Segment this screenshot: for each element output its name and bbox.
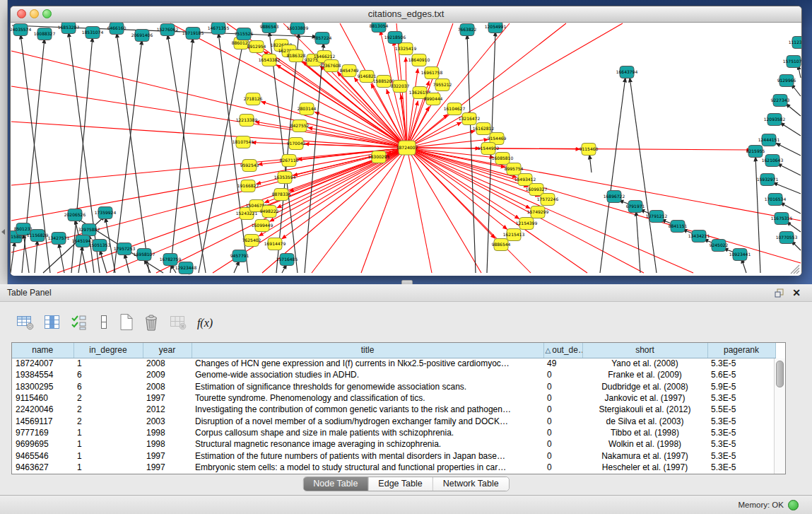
table-row[interactable]: 1830029562008Estimation of significance … — [12, 381, 775, 392]
graph-node[interactable]: 8322037 — [391, 81, 410, 93]
window-titlebar[interactable]: citations_edges.txt — [11, 6, 801, 23]
graph-node[interactable]: 2803144 — [298, 103, 317, 115]
graph-node[interactable]: 9115460 — [579, 144, 599, 156]
graph-node[interactable]: 9592543 — [240, 160, 259, 172]
network-view-canvas[interactable]: 1872400718300295886012389129541654338227… — [11, 23, 801, 276]
graph-node[interactable]: 7515526 — [235, 28, 254, 40]
table-row[interactable]: 2242004622012Investigating the contribut… — [12, 404, 775, 415]
network-graph[interactable]: 1872400718300295886012389129541654338227… — [11, 23, 801, 276]
graph-node[interactable]: 16958107 — [134, 249, 155, 261]
column-header-year[interactable]: year — [143, 343, 192, 358]
table-mode-icon[interactable] — [14, 312, 37, 334]
graph-node[interactable]: 7663822 — [458, 24, 477, 36]
graph-node[interactable]: 12923448 — [175, 262, 197, 274]
graph-node[interactable]: 9457791 — [230, 250, 249, 262]
graph-node[interactable]: 9245022 — [710, 240, 729, 252]
graph-node[interactable]: 16853287 — [58, 23, 80, 34]
panel-expand-arrow-icon[interactable] — [1, 229, 5, 235]
graph-node[interactable]: 9129966 — [777, 75, 796, 87]
create-column-icon[interactable] — [115, 312, 138, 334]
collapsed-control-panel-strip[interactable] — [0, 0, 8, 284]
graph-node[interactable]: 16353594 — [274, 172, 296, 184]
graph-node[interactable]: 20691406 — [131, 30, 153, 42]
table-row[interactable]: 1456911722003Disruption of a novel membe… — [12, 415, 775, 426]
graph-node[interactable]: 11675315 — [771, 213, 793, 225]
graph-node[interactable]: 13427571 — [48, 233, 70, 245]
table-row[interactable]: 969969511998Structural magnetic resonanc… — [12, 438, 775, 450]
network-window[interactable]: citations_edges.txt 18724007183002958860… — [10, 6, 802, 276]
show-columns-icon[interactable] — [41, 312, 64, 334]
graph-node[interactable]: 8841151 — [669, 221, 688, 233]
delete-table-icon[interactable] — [167, 312, 189, 334]
graph-node[interactable]: 16033809 — [287, 23, 309, 35]
table-scrollbar[interactable] — [774, 358, 785, 474]
delete-columns-trash-icon[interactable] — [140, 312, 163, 334]
graph-node[interactable]: 8990444 — [424, 93, 443, 105]
graph-node[interactable]: 18724007 — [396, 141, 418, 155]
function-builder-icon[interactable]: f(x) — [192, 312, 218, 334]
graph-node[interactable]: 9227343 — [771, 95, 790, 107]
graph-node[interactable]: 20206526 — [64, 209, 86, 221]
graph-node[interactable]: 10088327 — [34, 28, 56, 40]
graph-node[interactable]: 12444151 — [758, 134, 780, 146]
graph-node[interactable]: 11123744 — [789, 37, 801, 49]
graph-node[interactable]: 9498222 — [260, 206, 279, 218]
graph-node[interactable]: 8215955 — [746, 146, 765, 158]
graph-node[interactable]: 8454749 — [340, 65, 359, 77]
graph-node[interactable]: 8878334 — [272, 189, 291, 201]
tab-network-table[interactable]: Network Table — [433, 477, 509, 491]
graph-node[interactable]: 9886543 — [260, 23, 279, 33]
graph-node[interactable]: 7955212 — [433, 79, 452, 91]
graph-node[interactable]: 12213389 — [236, 115, 258, 127]
float-panel-icon[interactable] — [775, 288, 784, 298]
tab-edge-table[interactable]: Edge Table — [367, 477, 432, 491]
tab-node-table[interactable]: Node Table — [303, 477, 367, 491]
window-resize-grip[interactable] — [789, 263, 800, 274]
graph-node[interactable]: 16914479 — [264, 238, 286, 250]
graph-node[interactable]: 18640910 — [408, 54, 430, 66]
graph-node[interactable]: 8427552 — [290, 120, 310, 132]
graph-node[interactable]: 6791971 — [626, 201, 645, 213]
table-row[interactable]: 1938455462009Genome-wide association stu… — [12, 369, 775, 380]
column-header-pagerank[interactable]: pagerank — [707, 343, 775, 358]
graph-node[interactable]: 6466160 — [107, 23, 126, 35]
column-header-title[interactable]: title — [192, 343, 543, 358]
graph-node[interactable]: 19218506 — [384, 32, 406, 44]
graph-node[interactable]: 2367608 — [322, 60, 341, 72]
table-scrollbar-thumb[interactable] — [776, 361, 784, 387]
table-row[interactable]: 946362711997Embryonic stem cells: a mode… — [12, 462, 775, 473]
table-row[interactable]: 977716911998Corpus callosum shape and si… — [12, 427, 775, 438]
graph-node[interactable]: 16961758 — [421, 67, 443, 79]
table-row[interactable]: 946554611997Estimation of the future num… — [12, 450, 775, 461]
table-row[interactable]: 1872400712008Changes of HCN gene express… — [12, 358, 775, 369]
graph-node[interactable]: 10770553 — [776, 232, 798, 244]
graph-node[interactable]: 16085810 — [492, 153, 514, 165]
graph-node[interactable]: 8995754 — [505, 163, 524, 175]
row-height-icon[interactable] — [93, 312, 115, 334]
graph-node[interactable]: 8813054 — [370, 23, 389, 33]
graph-node[interactable]: 12154399 — [516, 218, 538, 230]
graph-node[interactable]: 8186328 — [287, 50, 306, 62]
graph-node[interactable]: 8912954 — [247, 41, 266, 53]
graph-node[interactable]: 15751074 — [783, 56, 801, 68]
graph-node[interactable]: 8267110 — [280, 155, 299, 167]
graph-node[interactable]: 15716485 — [276, 254, 298, 266]
column-header-name[interactable]: name — [12, 343, 73, 358]
graph-node[interactable]: 9886544 — [492, 239, 511, 251]
close-panel-icon[interactable]: ✕ — [792, 287, 801, 298]
graph-node[interactable]: 9170042 — [287, 138, 306, 150]
graph-node[interactable]: 18107545 — [233, 136, 254, 148]
graph-node[interactable]: 16782759 — [160, 254, 182, 266]
graph-node[interactable]: 7857224 — [313, 33, 332, 45]
graph-node[interactable]: 10719185 — [182, 28, 204, 40]
table-row[interactable]: 911546021997Tourette syndrome. Phenomeno… — [12, 392, 775, 404]
graph-node[interactable]: 2718126 — [244, 93, 263, 105]
graph-node[interactable]: 24035574 — [11, 24, 31, 36]
graph-node[interactable]: 10923441 — [729, 249, 751, 261]
column-header-short[interactable]: short — [582, 343, 707, 358]
column-header-in_degree[interactable]: in_degree — [73, 343, 143, 358]
graph-node[interactable]: 19166827 — [237, 180, 259, 192]
graph-node[interactable]: 16896722 — [604, 191, 625, 203]
graph-node[interactable]: 16643794 — [616, 66, 638, 78]
graph-node[interactable]: 13216472 — [459, 113, 481, 125]
